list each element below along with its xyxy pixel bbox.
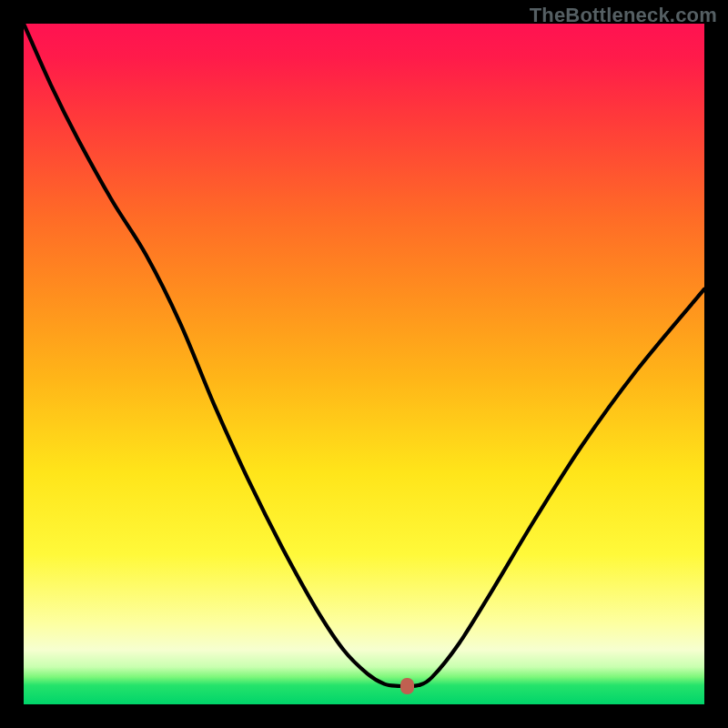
chart-frame: TheBottleneck.com: [0, 0, 728, 728]
plot-gradient-background: [24, 24, 704, 704]
optimal-point-marker: [400, 678, 414, 694]
watermark-label: TheBottleneck.com: [530, 4, 717, 27]
